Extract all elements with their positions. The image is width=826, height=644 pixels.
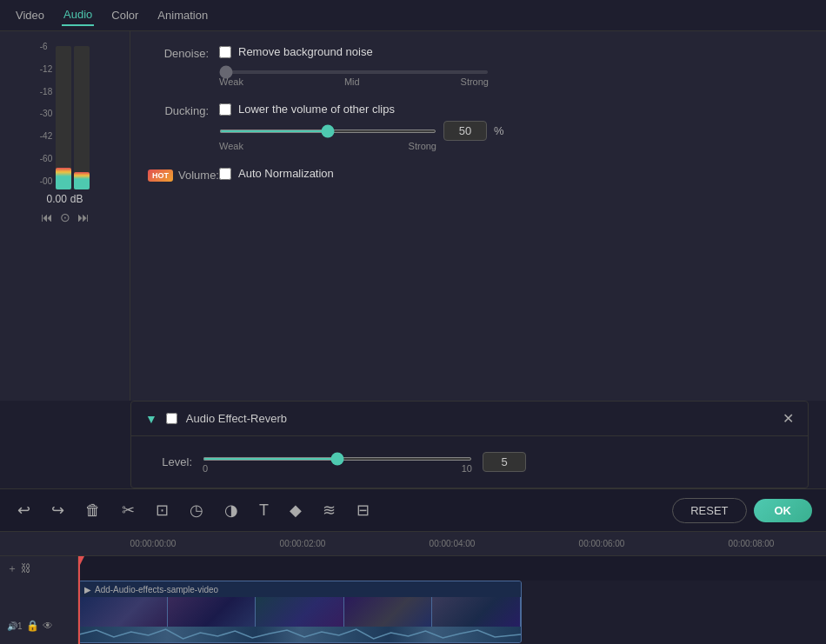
undo-btn[interactable]: ↩ <box>14 497 34 523</box>
meter-skip-back-btn[interactable]: ⏮ <box>41 210 53 224</box>
meter-reset-btn[interactable]: ⊙ <box>60 210 70 224</box>
volume-row: HOT Volume: Auto Normalization <box>148 167 809 185</box>
meter-bars <box>56 42 90 189</box>
denoise-checkbox[interactable] <box>219 46 231 58</box>
ducking-value-input[interactable]: 50 <box>443 121 487 141</box>
meter-fill-right <box>74 172 90 189</box>
track-eye-btn[interactable]: 👁 <box>43 620 53 632</box>
ruler-mark-0: 00:00:00:00 <box>78 539 228 548</box>
waveform-svg <box>79 627 521 642</box>
effect-slider-min: 0 <box>203 463 208 474</box>
audio-meter-panel: -6 -12 -18 -30 -42 -60 -00 0.00 dB <box>0 31 130 401</box>
meter-controls: ⏮ ⊙ ⏭ <box>41 210 90 224</box>
equalizer-btn[interactable]: ⊟ <box>353 497 373 523</box>
audio-effect-section: ▼ Audio Effect-Reverb ✕ Level: 0 10 5 <box>130 401 809 488</box>
ducking-checkbox-label: Lower the volume of other clips <box>238 103 395 116</box>
ducking-checkbox[interactable] <box>219 103 231 116</box>
meter-label-60: -60 <box>40 154 52 163</box>
video-clip[interactable]: ▶ Add-Audio-effects-sample-video <box>78 581 522 643</box>
meter-db-value: 0.00 <box>46 193 66 205</box>
effect-slider-max: 10 <box>462 463 472 474</box>
effect-header-left: ▼ Audio Effect-Reverb <box>145 412 287 426</box>
meter-db-unit: dB <box>70 193 83 205</box>
ducking-max-label: Strong <box>409 141 436 151</box>
redo-btn[interactable]: ↪ <box>48 497 68 523</box>
track-add-btn-row: ＋ ⛓ <box>0 556 77 581</box>
timeline-area: 00:00:00:00 00:00:02:00 00:00:04:00 00:0… <box>0 532 826 644</box>
link-track-btn[interactable]: ⛓ <box>21 562 31 574</box>
effect-level-input[interactable]: 5 <box>483 452 526 472</box>
ruler-marks: 00:00:00:00 00:00:02:00 00:00:04:00 00:0… <box>78 539 826 548</box>
content-panels: -6 -12 -18 -30 -42 -60 -00 0.00 dB <box>0 31 826 401</box>
scissors-btn[interactable]: ✂ <box>118 497 138 523</box>
playhead-marker <box>78 556 84 567</box>
ducking-row: Ducking: Lower the volume of other clips… <box>148 103 809 151</box>
meter-container: -6 -12 -18 -30 -42 -60 -00 <box>40 42 90 189</box>
denoise-row: Denoise: Remove background noise Weak Mi… <box>148 45 809 87</box>
ruler-mark-1: 00:00:02:00 <box>228 539 377 548</box>
waveform-bar <box>79 627 521 642</box>
ducking-slider-labels: Weak Strong <box>219 141 436 151</box>
reset-button[interactable]: RESET <box>672 498 746 523</box>
meter-fill-left <box>56 168 71 189</box>
effect-level-slider[interactable] <box>203 457 472 461</box>
ducking-slider[interactable] <box>219 129 436 133</box>
speed-btn[interactable]: ◷ <box>186 497 207 523</box>
add-track-btn[interactable]: ＋ <box>7 561 17 576</box>
effect-close-btn[interactable]: ✕ <box>783 410 794 427</box>
effect-enable-checkbox[interactable] <box>166 413 177 424</box>
denoise-slider[interactable] <box>219 70 489 74</box>
color-btn[interactable]: ◑ <box>221 497 242 523</box>
tab-audio[interactable]: Audio <box>62 4 94 26</box>
auto-normalization-checkbox[interactable] <box>219 168 231 180</box>
meter-db-display: 0.00 dB <box>46 193 83 205</box>
timeline-content: ＋ ⛓ 🔊1 🔒 👁 ▶ Add-Audio-effects-sample-v <box>0 556 826 644</box>
effect-level-label: Level: <box>149 455 192 468</box>
denoise-content: Remove background noise Weak Mid Strong <box>219 45 809 87</box>
ok-button[interactable]: OK <box>754 499 813 522</box>
ducking-slider-row: 50 % <box>219 121 809 141</box>
playhead[interactable] <box>78 556 80 644</box>
tab-bar: Video Audio Color Animation <box>0 0 826 31</box>
audio-effect-title: Audio Effect-Reverb <box>186 412 287 425</box>
meter-label-42: -42 <box>40 131 52 141</box>
track-number: 🔊1 <box>7 621 23 631</box>
meter-bar-left <box>56 46 71 189</box>
track-lock-btn[interactable]: 🔒 <box>26 620 39 632</box>
effect-slider-container: 0 10 <box>203 450 472 474</box>
meter-bar-right <box>74 46 90 189</box>
meter-label-12: -12 <box>40 64 52 74</box>
ducking-label: Ducking: <box>148 103 209 117</box>
tab-video[interactable]: Video <box>14 5 46 25</box>
text-btn[interactable]: T <box>256 498 272 523</box>
auto-normalization-label: Auto Normalization <box>238 167 334 180</box>
denoise-label: Denoise: <box>148 45 209 60</box>
meter-label-00: -00 <box>40 176 52 186</box>
video-track-row: ▶ Add-Audio-effects-sample-video <box>78 581 826 644</box>
crop-btn[interactable]: ⊡ <box>152 497 172 523</box>
volume-label-row: HOT Volume: <box>148 169 209 182</box>
ruler-mark-4: 00:00:08:00 <box>676 539 826 548</box>
clip-play-icon: ▶ <box>84 585 91 594</box>
meter-label-18: -18 <box>40 87 52 96</box>
timeline-tracks: ▶ Add-Audio-effects-sample-video <box>78 556 826 644</box>
meter-skip-fwd-btn[interactable]: ⏭ <box>77 210 90 224</box>
denoise-checkbox-label: Remove background noise <box>238 45 373 58</box>
ruler-mark-3: 00:00:06:00 <box>527 539 676 548</box>
track-controls-row: 🔊1 🔒 👁 <box>0 614 77 638</box>
audio-btn[interactable]: ≋ <box>319 497 339 523</box>
clip-header: ▶ Add-Audio-effects-sample-video <box>79 581 521 597</box>
tab-animation[interactable]: Animation <box>156 5 210 25</box>
meter-label-30: -30 <box>40 109 52 118</box>
keyframe-btn[interactable]: ◆ <box>286 497 305 523</box>
audio-controls-panel: Denoise: Remove background noise Weak Mi… <box>130 31 826 401</box>
timeline-ruler: 00:00:00:00 00:00:02:00 00:00:04:00 00:0… <box>0 532 826 556</box>
volume-label-cell: HOT Volume: <box>148 167 209 182</box>
ducking-min-label: Weak <box>219 141 243 151</box>
effect-collapse-btn[interactable]: ▼ <box>145 412 157 426</box>
audio-effect-header: ▼ Audio Effect-Reverb ✕ <box>131 402 808 436</box>
hot-badge: HOT <box>148 169 173 182</box>
tab-color[interactable]: Color <box>110 5 140 25</box>
delete-btn[interactable]: 🗑 <box>82 498 104 523</box>
ducking-content: Lower the volume of other clips 50 % Wea… <box>219 103 809 151</box>
